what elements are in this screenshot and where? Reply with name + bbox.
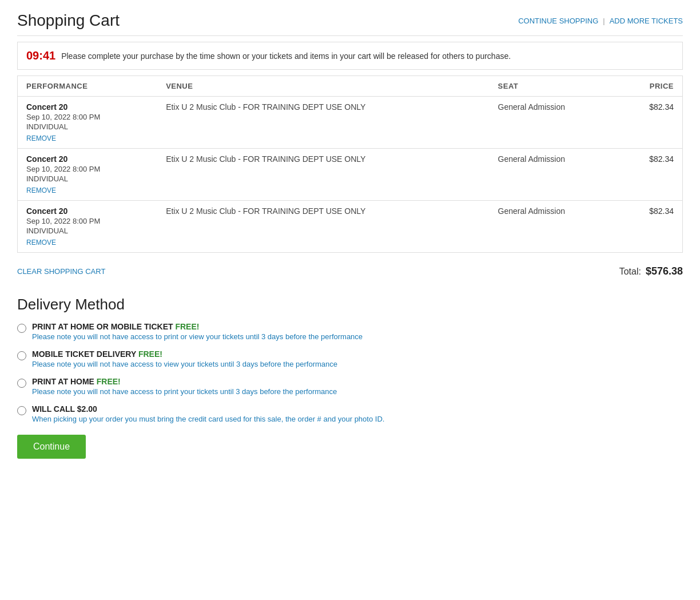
delivery-option-desc: Please note you will not have access to … [32, 360, 337, 368]
delivery-option-title[interactable]: PRINT AT HOME OR MOBILE TICKET FREE! [32, 322, 199, 331]
delivery-option-title[interactable]: PRINT AT HOME FREE! [32, 377, 121, 386]
price-cell: $82.34 [618, 149, 682, 201]
delivery-option-desc: When picking up your order you must brin… [32, 415, 384, 423]
seat-cell: General Admission [490, 97, 619, 149]
col-performance: PERFORMANCE [18, 76, 158, 97]
delivery-free-label: FREE! [94, 377, 121, 386]
delivery-option-2: MOBILE TICKET DELIVERY FREE! Please note… [17, 349, 683, 368]
delivery-option-content: PRINT AT HOME OR MOBILE TICKET FREE! Ple… [32, 322, 363, 341]
performance-date: Sep 10, 2022 8:00 PM [26, 217, 149, 225]
delivery-section: Delivery Method PRINT AT HOME OR MOBILE … [17, 296, 683, 423]
delivery-free-label: FREE! [173, 322, 200, 331]
price-cell: $82.34 [618, 97, 682, 149]
timer-banner: 09:41 Please complete your purchase by t… [17, 42, 683, 70]
remove-link[interactable]: REMOVE [26, 134, 56, 142]
timer-message: Please complete your purchase by the tim… [61, 51, 511, 61]
performance-cell: Concert 20 Sep 10, 2022 8:00 PM INDIVIDU… [18, 97, 158, 149]
delivery-option-desc: Please note you will not have access to … [32, 387, 337, 396]
performance-name: Concert 20 [26, 102, 149, 112]
total-amount: $576.38 [646, 265, 683, 277]
table-header-row: PERFORMANCE VENUE SEAT PRICE [18, 76, 683, 97]
performance-name: Concert 20 [26, 206, 149, 216]
delivery-option-3: PRINT AT HOME FREE! Please note you will… [17, 377, 683, 396]
table-row: Concert 20 Sep 10, 2022 8:00 PM INDIVIDU… [18, 149, 683, 201]
venue-cell: Etix U 2 Music Club - FOR TRAINING DEPT … [157, 149, 489, 201]
performance-type: INDIVIDUAL [26, 122, 149, 131]
total-section: Total: $576.38 [619, 265, 683, 277]
cart-footer: CLEAR SHOPPING CART Total: $576.38 [17, 259, 683, 284]
header-divider: | [603, 17, 604, 25]
page-header: Shopping Cart CONTINUE SHOPPING | ADD MO… [17, 11, 683, 36]
delivery-radio-4[interactable] [17, 406, 26, 415]
delivery-option-desc: Please note you will not have access to … [32, 332, 363, 341]
seat-cell: General Admission [490, 201, 619, 253]
timer-value: 09:41 [26, 49, 55, 62]
delivery-radio-3[interactable] [17, 379, 26, 388]
continue-shopping-link[interactable]: CONTINUE SHOPPING [518, 17, 598, 25]
venue-cell: Etix U 2 Music Club - FOR TRAINING DEPT … [157, 201, 489, 253]
col-venue: VENUE [157, 76, 489, 97]
seat-cell: General Admission [490, 149, 619, 201]
delivery-option-1: PRINT AT HOME OR MOBILE TICKET FREE! Ple… [17, 322, 683, 341]
performance-date: Sep 10, 2022 8:00 PM [26, 113, 149, 121]
col-seat: SEAT [490, 76, 619, 97]
cart-table: PERFORMANCE VENUE SEAT PRICE Concert 20 … [17, 76, 683, 253]
venue-cell: Etix U 2 Music Club - FOR TRAINING DEPT … [157, 97, 489, 149]
delivery-option-content: PRINT AT HOME FREE! Please note you will… [32, 377, 337, 396]
delivery-option-content: MOBILE TICKET DELIVERY FREE! Please note… [32, 349, 337, 368]
delivery-option-4: WILL CALL $2.00 When picking up your ord… [17, 404, 683, 423]
performance-date: Sep 10, 2022 8:00 PM [26, 165, 149, 173]
delivery-option-title[interactable]: MOBILE TICKET DELIVERY FREE! [32, 349, 162, 359]
delivery-title: Delivery Method [17, 296, 683, 313]
performance-type: INDIVIDUAL [26, 227, 149, 235]
delivery-radio-2[interactable] [17, 351, 26, 360]
price-cell: $82.34 [618, 201, 682, 253]
add-more-tickets-link[interactable]: ADD MORE TICKETS [610, 17, 683, 25]
performance-cell: Concert 20 Sep 10, 2022 8:00 PM INDIVIDU… [18, 201, 158, 253]
delivery-free-label: FREE! [136, 349, 162, 359]
table-row: Concert 20 Sep 10, 2022 8:00 PM INDIVIDU… [18, 97, 683, 149]
continue-button[interactable]: Continue [17, 435, 86, 459]
performance-type: INDIVIDUAL [26, 174, 149, 183]
total-label: Total: [619, 267, 641, 277]
delivery-radio-1[interactable] [17, 324, 26, 333]
delivery-option-title[interactable]: WILL CALL $2.00 [32, 404, 97, 414]
performance-name: Concert 20 [26, 154, 149, 164]
remove-link[interactable]: REMOVE [26, 186, 56, 194]
header-links: CONTINUE SHOPPING | ADD MORE TICKETS [518, 17, 683, 25]
page-title: Shopping Cart [17, 11, 120, 30]
remove-link[interactable]: REMOVE [26, 239, 56, 247]
table-row: Concert 20 Sep 10, 2022 8:00 PM INDIVIDU… [18, 201, 683, 253]
clear-cart-link[interactable]: CLEAR SHOPPING CART [17, 267, 105, 276]
performance-cell: Concert 20 Sep 10, 2022 8:00 PM INDIVIDU… [18, 149, 158, 201]
delivery-option-content: WILL CALL $2.00 When picking up your ord… [32, 404, 384, 423]
col-price: PRICE [618, 76, 682, 97]
